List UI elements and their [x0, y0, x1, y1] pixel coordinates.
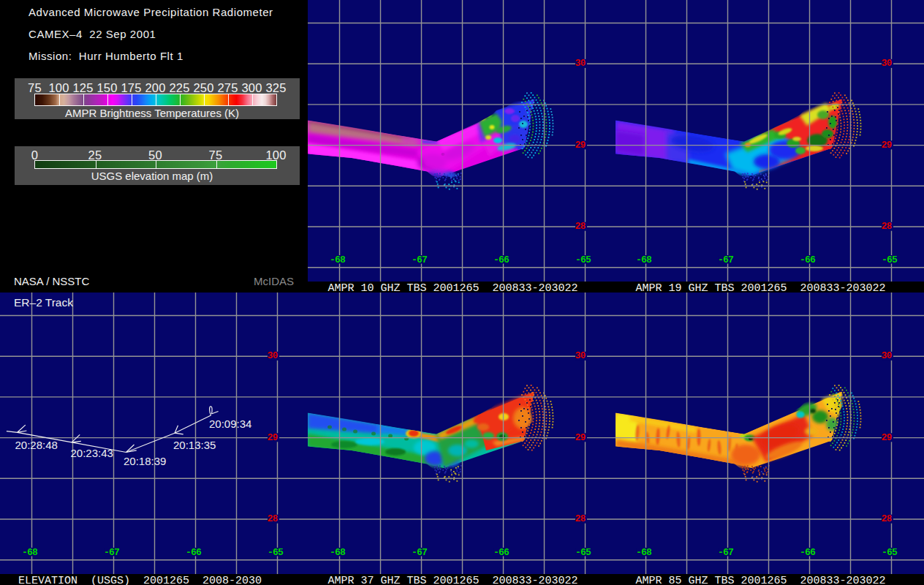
svg-text:-67: -67	[412, 547, 427, 558]
svg-text:-67: -67	[718, 254, 733, 265]
svg-text:-65: -65	[575, 547, 591, 558]
svg-text:-68: -68	[330, 547, 346, 558]
svg-text:-68: -68	[330, 254, 346, 265]
svg-text:-68: -68	[636, 254, 652, 265]
svg-text:ELEVATION (USGS) 2001265 20: ELEVATION (USGS) 2001265 2008-2030	[18, 575, 262, 585]
svg-text:-65: -65	[575, 254, 591, 265]
svg-text:29: 29	[575, 140, 586, 151]
svg-text:-66: -66	[493, 547, 510, 558]
svg-text:30: 30	[881, 350, 892, 361]
svg-text:-66: -66	[493, 254, 510, 265]
svg-text:30: 30	[575, 350, 586, 361]
svg-text:20:28:48: 20:28:48	[15, 439, 58, 451]
svg-text:-67: -67	[412, 254, 427, 265]
svg-text:-65: -65	[268, 547, 284, 558]
svg-text:ER–2 Track: ER–2 Track	[14, 296, 73, 309]
svg-text:29: 29	[575, 432, 586, 443]
svg-text:30: 30	[267, 350, 278, 361]
svg-text:28: 28	[881, 221, 892, 232]
svg-text:20:23:43: 20:23:43	[71, 447, 113, 459]
svg-text:AMPR 37 GHZ TBS 2001265 20083: AMPR 37 GHZ TBS 2001265 200833-203022	[328, 575, 578, 585]
svg-text:29: 29	[267, 432, 278, 443]
svg-text:-68: -68	[22, 547, 38, 558]
svg-text:28: 28	[267, 513, 278, 524]
svg-text:-67: -67	[104, 547, 119, 558]
svg-text:AMPR 85 GHZ TBS 2001265 20083: AMPR 85 GHZ TBS 2001265 200833-203022	[636, 575, 886, 585]
svg-text:20:13:35: 20:13:35	[173, 439, 216, 451]
svg-text:28: 28	[575, 513, 586, 524]
svg-text:-66: -66	[186, 547, 202, 558]
svg-text:30: 30	[575, 58, 586, 69]
svg-text:29: 29	[881, 432, 892, 443]
svg-text:-65: -65	[882, 547, 898, 558]
svg-text:28: 28	[881, 513, 892, 524]
svg-text:-68: -68	[636, 547, 652, 558]
svg-text:30: 30	[881, 58, 892, 69]
svg-text:-67: -67	[718, 547, 733, 558]
svg-text:-66: -66	[800, 547, 816, 558]
svg-text:20:18:39: 20:18:39	[124, 455, 166, 467]
svg-text:29: 29	[881, 140, 892, 151]
svg-text:AMPR 10 GHZ TBS 2001265 20083: AMPR 10 GHZ TBS 2001265 200833-203022	[328, 282, 578, 295]
svg-text:AMPR 19 GHZ TBS 2001265 20083: AMPR 19 GHZ TBS 2001265 200833-203022	[636, 282, 886, 295]
svg-text:28: 28	[575, 221, 586, 232]
svg-text:20:09:34: 20:09:34	[209, 418, 251, 430]
svg-text:-66: -66	[800, 254, 816, 265]
svg-text:-65: -65	[882, 254, 898, 265]
